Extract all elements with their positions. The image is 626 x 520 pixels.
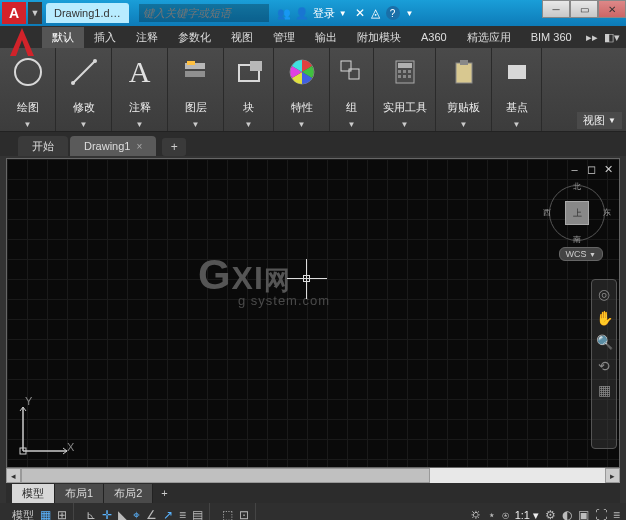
app-logo[interactable]: A [2,2,26,24]
scroll-right-button[interactable]: ▸ [605,468,620,483]
add-layout-button[interactable]: + [153,485,175,501]
ribbon-more-icon[interactable]: ▸▸ [586,31,598,44]
tab-bim360[interactable]: BIM 360 [521,28,582,46]
pan-icon[interactable]: ✋ [596,310,613,326]
dynamic-input-icon[interactable]: ⊡ [239,508,249,520]
layout-tab-layout1[interactable]: 布局1 [55,484,104,503]
panel-group[interactable]: 组 ▼ [330,48,374,131]
tab-default[interactable]: 默认 [42,27,84,48]
qat-dropdown[interactable]: ▼ [28,2,42,24]
customize-icon[interactable]: ≡ [613,508,620,520]
chevron-down-icon[interactable]: ▼ [406,9,414,18]
a360-icon[interactable]: ◬ [371,6,380,20]
snap-toggle-icon[interactable]: ⊞ [57,508,67,520]
osnap-icon[interactable]: ⌖ [133,508,140,520]
lineweight-icon[interactable]: ≡ [179,508,186,520]
isolate-icon[interactable]: ▣ [578,508,589,520]
close-button[interactable]: ✕ [598,0,626,18]
chevron-down-icon: ▼ [80,120,88,129]
file-tab-start[interactable]: 开始 [18,136,68,156]
zoom-icon[interactable]: 🔍 [596,334,613,350]
cube-top-face[interactable]: 上 [565,201,589,225]
document-tab[interactable]: Drawing1.d… [46,3,129,23]
ribbon-panel-icon[interactable]: ◧▾ [604,31,620,44]
scroll-left-button[interactable]: ◂ [6,468,21,483]
view-panel-label[interactable]: 视图▼ [577,112,622,129]
otrack-icon[interactable]: ↗ [163,508,173,520]
wcs-dropdown[interactable]: WCS ▼ [559,247,603,261]
chevron-down-icon: ▼ [589,251,596,258]
model-space-button[interactable]: 模型 [12,508,34,521]
chevron-down-icon: ▼ [136,120,144,129]
minimize-button[interactable]: ─ [542,0,570,18]
login-area[interactable]: 👥 👤 登录 ▼ [277,6,347,21]
help-search-input[interactable] [139,4,269,22]
viewport-minimize-button[interactable]: – [568,163,581,175]
panel-draw[interactable]: 绘图 ▼ [0,48,56,131]
tab-manage[interactable]: 管理 [263,27,305,48]
tab-a360[interactable]: A360 [411,28,457,46]
tab-output[interactable]: 输出 [305,27,347,48]
exchange-icon[interactable]: ✕ [355,6,365,20]
selection-cycling-icon[interactable]: ⬚ [222,508,233,520]
application-menu-button[interactable] [6,26,38,58]
svg-rect-6 [187,61,195,65]
transparency-icon[interactable]: ▤ [192,508,203,520]
panel-block[interactable]: 块 ▼ [224,48,274,131]
panel-properties[interactable]: 特性 ▼ [274,48,330,131]
tab-addons[interactable]: 附加模块 [347,27,411,48]
horizontal-scrollbar[interactable]: ◂ ▸ [6,468,620,483]
panel-utilities[interactable]: 实用工具 ▼ [374,48,436,131]
scroll-track[interactable] [21,468,605,483]
steering-wheel-icon[interactable]: ◎ [598,286,610,302]
west-label: 西 [543,207,551,218]
workspace-icon[interactable]: ⛭ [470,508,482,520]
orbit-icon[interactable]: ⟲ [598,358,610,374]
isodraft-icon[interactable]: ◣ [118,508,127,520]
maximize-button[interactable]: ▭ [570,0,598,18]
panel-label: 组 [346,100,357,115]
scroll-thumb[interactable] [21,468,430,483]
view-cube[interactable]: 北 南 西 东 上 [547,183,607,243]
svg-rect-14 [398,70,401,73]
panel-label: 注释 [129,100,151,115]
panel-clipboard[interactable]: 剪贴板 ▼ [436,48,492,131]
navigation-bar: ◎ ✋ 🔍 ⟲ ▦ [591,279,617,449]
grid-toggle-icon[interactable]: ▦ [40,508,51,520]
datum-icon [497,52,537,92]
ribbon-tab-strip: 默认 插入 注释 参数化 视图 管理 输出 附加模块 A360 精选应用 BIM… [0,26,626,48]
layout-tab-model[interactable]: 模型 [12,484,55,503]
workspace-switch-icon[interactable]: ⚙ [545,508,556,520]
panel-datum[interactable]: 基点 ▼ [492,48,542,131]
polar-icon[interactable]: ✛ [102,508,112,520]
ortho-icon[interactable]: ⊾ [86,508,96,520]
annotation-monitor-icon[interactable]: ⋆ [488,508,496,520]
annotation-scale-icon[interactable]: ⍟ [502,508,509,520]
help-icon[interactable]: ? [386,6,400,20]
viewport-restore-button[interactable]: ◻ [585,163,598,175]
panel-modify[interactable]: 修改 ▼ [56,48,112,131]
layout-tab-layout2[interactable]: 布局2 [104,484,153,503]
svg-rect-17 [398,75,401,78]
hardware-accel-icon[interactable]: ◐ [562,508,572,520]
scale-display[interactable]: 1:1 ▾ [515,509,539,521]
tab-view[interactable]: 视图 [221,27,263,48]
tab-annotate[interactable]: 注释 [126,27,168,48]
drawing-canvas[interactable]: – ◻ ✕ 北 南 西 东 上 WCS ▼ ◎ ✋ 🔍 ⟲ ▦ GXI网 g s… [6,158,620,468]
clean-screen-icon[interactable]: ⛶ [595,508,607,520]
document-name: Drawing1.d… [54,7,121,19]
viewport-close-button[interactable]: ✕ [602,163,615,175]
tab-featured[interactable]: 精选应用 [457,27,521,48]
new-tab-button[interactable]: + [162,138,186,156]
3dosnap-icon[interactable]: ∠ [146,508,157,520]
panel-label: 特性 [291,100,313,115]
north-label: 北 [573,181,581,192]
file-tab-drawing1[interactable]: Drawing1× [70,136,156,156]
showmotion-icon[interactable]: ▦ [598,382,611,398]
titlebar-right-icons: ✕ ◬ ? ▼ [355,6,414,20]
close-icon[interactable]: × [136,141,142,152]
tab-insert[interactable]: 插入 [84,27,126,48]
panel-layer[interactable]: 图层 ▼ [168,48,224,131]
tab-parametric[interactable]: 参数化 [168,27,221,48]
panel-annotate[interactable]: A 注释 ▼ [112,48,168,131]
